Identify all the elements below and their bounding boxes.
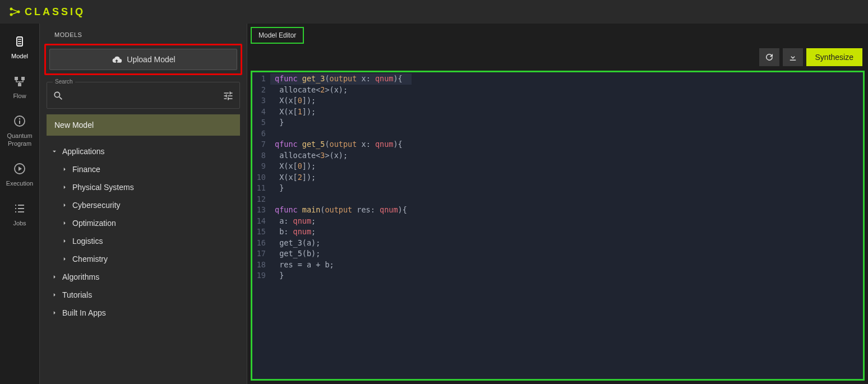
code-line[interactable] — [275, 128, 407, 140]
code-content[interactable]: qfunc get_3(output x: qnum){ allocate<2>… — [270, 72, 412, 379]
logo-mark-icon — [9, 7, 21, 17]
side-nav-model[interactable]: Model — [0, 34, 39, 60]
cloud-upload-icon — [111, 55, 122, 64]
code-line[interactable]: X(x[1]); — [275, 107, 407, 118]
editor-toolbar: Synthesize — [247, 44, 868, 71]
code-line[interactable] — [275, 194, 407, 205]
chevron-right-icon — [60, 255, 69, 263]
upload-highlight-box: Upload Model — [44, 44, 242, 75]
line-number: 13 — [252, 205, 266, 216]
filter-icon[interactable] — [223, 90, 234, 101]
upload-model-label: Upload Model — [127, 55, 175, 64]
code-line[interactable]: qfunc get_5(output x: qnum){ — [275, 139, 407, 150]
side-nav-label: Jobs — [13, 220, 26, 227]
chevron-right-icon — [60, 219, 69, 227]
code-line[interactable]: a: qnum; — [275, 216, 407, 227]
line-number: 4 — [252, 107, 266, 118]
side-nav-flow[interactable]: Flow — [0, 73, 39, 100]
new-model-label: New Model — [54, 121, 94, 129]
side-nav-jobs[interactable]: Jobs — [0, 201, 39, 227]
chevron-right-icon — [60, 165, 69, 173]
line-number: 6 — [252, 128, 266, 140]
new-model-item[interactable]: New Model — [47, 114, 240, 136]
play-icon — [12, 161, 27, 177]
tree-label: Algorithms — [62, 272, 99, 281]
code-line[interactable]: allocate<2>(x); — [275, 85, 407, 96]
tree-item-applications[interactable]: Applications — [47, 142, 240, 160]
code-line[interactable]: get_3(a); — [275, 238, 407, 249]
line-number-gutter: 12345678910111213141516171819 — [252, 72, 270, 379]
side-nav-quantum-program[interactable]: QuantumProgram — [0, 113, 39, 147]
code-line[interactable]: qfunc main(output res: qnum){ — [275, 205, 407, 216]
code-line[interactable]: b: qnum; — [275, 226, 407, 238]
code-line[interactable]: qfunc get_3(output x: qnum){ — [270, 73, 412, 85]
line-number: 2 — [252, 85, 266, 96]
line-number: 11 — [252, 183, 266, 194]
chevron-right-icon — [60, 201, 69, 209]
tree-label: Applications — [62, 147, 105, 156]
side-nav: ModelFlowQuantumProgramExecutionJobs — [0, 24, 40, 384]
line-number: 12 — [252, 194, 266, 205]
code-line[interactable]: } — [275, 183, 407, 194]
tree-label: Physical Systems — [72, 183, 134, 192]
code-editor[interactable]: 12345678910111213141516171819 qfunc get_… — [251, 71, 865, 381]
tree-label: Chemistry — [72, 255, 108, 263]
refresh-button[interactable] — [759, 48, 779, 66]
chevron-right-icon — [50, 273, 59, 281]
editor-tabs: Model Editor — [247, 24, 868, 44]
synthesize-button[interactable]: Synthesize — [806, 48, 862, 66]
tree-item-chemistry[interactable]: Chemistry — [47, 250, 240, 268]
code-line[interactable]: } — [275, 270, 407, 281]
svg-point-8 — [19, 118, 21, 120]
svg-rect-5 — [21, 77, 25, 80]
code-line[interactable]: } — [275, 117, 407, 128]
tree-label: Logistics — [72, 237, 103, 246]
code-line[interactable]: X(x[0]); — [275, 161, 407, 172]
chevron-right-icon — [50, 291, 59, 299]
tab-label: Model Editor — [258, 31, 296, 39]
code-line[interactable]: get_5(b); — [275, 248, 407, 260]
tree-item-cybersecurity[interactable]: Cybersecurity — [47, 196, 240, 214]
panel-header: MODELS — [44, 24, 242, 43]
line-number: 9 — [252, 161, 266, 172]
download-button[interactable] — [783, 48, 803, 66]
tab-model-editor[interactable]: Model Editor — [251, 27, 304, 44]
synthesize-label: Synthesize — [815, 53, 853, 62]
line-number: 19 — [252, 270, 266, 281]
chevron-right-icon — [60, 183, 69, 191]
chevron-right-icon — [60, 237, 69, 245]
chevron-right-icon — [50, 309, 59, 317]
side-nav-label: Flow — [13, 92, 26, 100]
line-number: 17 — [252, 248, 266, 260]
tree-item-physical-systems[interactable]: Physical Systems — [47, 178, 240, 196]
line-number: 14 — [252, 216, 266, 227]
tree-item-tutorials[interactable]: Tutorials — [47, 286, 240, 304]
code-line[interactable]: allocate<3>(x); — [275, 150, 407, 161]
side-nav-label: Execution — [6, 180, 33, 187]
refresh-icon — [764, 52, 774, 62]
info-icon — [12, 113, 27, 129]
upload-model-button[interactable]: Upload Model — [49, 49, 237, 70]
app-header: CLASSIQ — [0, 0, 868, 24]
tree-item-built-in-apps[interactable]: Built In Apps — [47, 304, 240, 322]
tree-label: Cybersecurity — [72, 201, 121, 210]
line-number: 18 — [252, 260, 266, 271]
tree-label: Optimization — [72, 219, 116, 228]
model-icon — [12, 34, 27, 49]
line-number: 15 — [252, 226, 266, 238]
line-number: 5 — [252, 117, 266, 128]
code-line[interactable]: X(x[2]); — [275, 172, 407, 183]
line-number: 3 — [252, 95, 266, 107]
tree-label: Finance — [72, 165, 100, 174]
tree-item-logistics[interactable]: Logistics — [47, 232, 240, 250]
tree-item-algorithms[interactable]: Algorithms — [47, 268, 240, 286]
tree-item-optimization[interactable]: Optimization — [47, 214, 240, 232]
line-number: 7 — [252, 139, 266, 150]
search-icon[interactable] — [53, 90, 64, 101]
code-line[interactable]: res = a + b; — [275, 260, 407, 271]
side-nav-execution[interactable]: Execution — [0, 161, 39, 187]
code-line[interactable]: X(x[0]); — [275, 95, 407, 107]
tree-item-finance[interactable]: Finance — [47, 160, 240, 178]
chevron-down-icon — [50, 147, 59, 155]
side-nav-label: Model — [11, 53, 28, 60]
